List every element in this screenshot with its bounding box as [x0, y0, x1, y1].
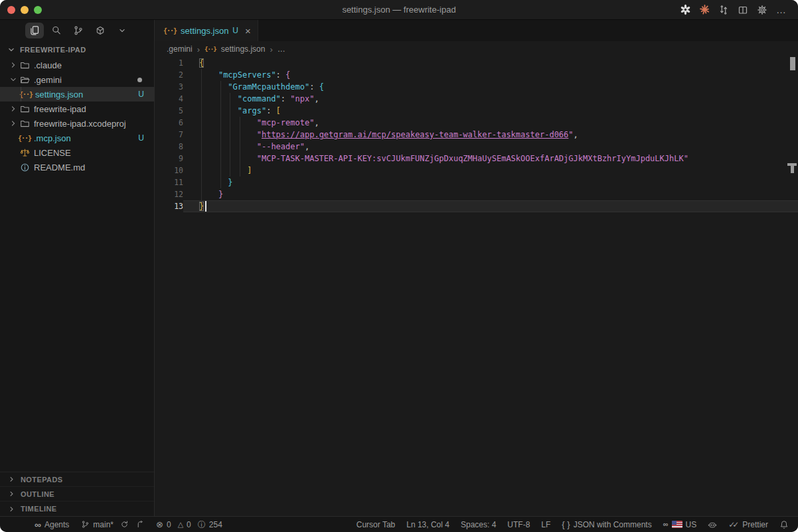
editor-overlay-mark — [787, 163, 797, 173]
line-number[interactable]: 11 — [155, 176, 183, 188]
section-notepads[interactable]: NOTEPADS — [0, 472, 154, 487]
line-number[interactable]: 9 — [155, 153, 183, 165]
tree-item-mcp-json[interactable]: {··} .mcp.json U — [0, 131, 154, 145]
agents-button[interactable]: ∞ Agents — [35, 520, 69, 529]
caret-position-button[interactable]: Ln 13, Col 4 — [406, 520, 449, 529]
tree-item-gemini[interactable]: .gemini — [0, 72, 154, 87]
line-number[interactable]: 12 — [155, 188, 183, 200]
breadcrumb-file[interactable]: settings.json — [221, 44, 266, 54]
line-number[interactable]: 2 — [155, 69, 183, 81]
section-timeline[interactable]: TIMELINE — [0, 501, 154, 516]
explorer-files-icon[interactable] — [25, 23, 44, 38]
folder-icon — [19, 104, 31, 114]
eol-button[interactable]: LF — [541, 520, 550, 529]
indent-guide — [220, 105, 221, 117]
code-line[interactable]: 12 } — [155, 188, 798, 200]
indent-guide — [201, 141, 202, 153]
close-window-button[interactable] — [7, 6, 15, 14]
breadcrumb-folder[interactable]: .gemini — [167, 44, 193, 54]
line-number[interactable]: 13 — [155, 200, 183, 212]
encoding-button[interactable]: UTF-8 — [507, 520, 530, 529]
file-explorer: FREEWRITE-IPAD .claude — [0, 41, 154, 472]
claude-icon[interactable] — [698, 4, 710, 16]
editor-area: {··} settings.json U × .gemini › {··} se… — [155, 20, 798, 516]
code-line[interactable]: 10 ] — [155, 165, 798, 176]
zoom-window-button[interactable] — [34, 6, 42, 14]
code-line[interactable]: 4 "command": "npx", — [155, 93, 798, 105]
source-control-icon[interactable] — [69, 23, 88, 38]
openai-icon[interactable] — [679, 4, 691, 16]
minimize-window-button[interactable] — [21, 6, 29, 14]
line-number[interactable]: 5 — [155, 105, 183, 117]
info-icon: ⓘ — [198, 521, 206, 529]
git-untracked-badge: U — [232, 26, 238, 35]
indentation-button[interactable]: Spaces: 4 — [461, 520, 496, 529]
code-line[interactable]: 9 "MCP-TASK-MASTER-API-KEY:svCJUkmFUNZjG… — [155, 153, 798, 165]
more-actions-icon[interactable]: … — [775, 4, 787, 16]
problems-button[interactable]: ⊗ 0 △ 0 ⓘ 254 — [156, 520, 222, 529]
cursor-tab-button[interactable]: Cursor Tab — [357, 520, 395, 529]
code-line[interactable]: 3 "GramMcpauthdemo": { — [155, 81, 798, 93]
line-number[interactable]: 10 — [155, 165, 183, 176]
git-untracked-badge: U — [138, 90, 144, 99]
section-label: OUTLINE — [21, 490, 54, 498]
tree-item-freewrite-ipad[interactable]: freewrite-ipad — [0, 101, 154, 116]
scrollbar-thumb[interactable] — [790, 57, 795, 70]
settings-gear-icon[interactable] — [756, 4, 768, 16]
code-line[interactable]: 11 } — [155, 176, 798, 188]
git-untracked-badge: U — [138, 133, 144, 143]
line-number[interactable]: 8 — [155, 141, 183, 153]
tab-settings-json[interactable]: {··} settings.json U × — [155, 20, 258, 41]
git-branch-button[interactable]: main* — [81, 520, 114, 529]
infinity-icon: ∞ — [35, 520, 41, 529]
close-tab-icon[interactable]: × — [245, 26, 251, 36]
code-line[interactable]: 7 "https://app.getgram.ai/mcp/speakeasy-… — [155, 129, 798, 141]
indent-guide — [201, 129, 202, 141]
code-line[interactable]: 2 "mcpServers": { — [155, 69, 798, 81]
tree-item-claude[interactable]: .claude — [0, 58, 154, 72]
search-icon[interactable] — [47, 23, 66, 38]
line-number[interactable]: 7 — [155, 129, 183, 141]
code-line[interactable]: 5 "args": [ — [155, 105, 798, 117]
keyboard-layout-button[interactable]: ∞ US — [663, 520, 697, 529]
notifications-button[interactable] — [779, 520, 789, 529]
folder-open-icon — [19, 75, 31, 85]
line-number[interactable]: 3 — [155, 81, 183, 93]
code-line[interactable]: 8 "--header", — [155, 141, 798, 153]
indent-guide — [201, 176, 202, 188]
section-label: NOTEPADS — [21, 476, 63, 484]
more-views-chevron-icon[interactable] — [113, 23, 131, 38]
errors-icon: ⊗ — [156, 520, 163, 529]
split-editor-icon[interactable] — [737, 4, 749, 16]
code-lines: 1{2 "mcpServers": {3 "GramMcpauthdemo": … — [155, 57, 798, 212]
extensions-cube-icon[interactable] — [91, 23, 110, 38]
sync-button[interactable] — [120, 520, 129, 529]
explorer-root-header[interactable]: FREEWRITE-IPAD — [0, 42, 154, 58]
indent-guide — [201, 117, 202, 129]
formatter-button[interactable]: ✓✓ Prettier — [728, 520, 768, 529]
code-editor[interactable]: 1{2 "mcpServers": {3 "GramMcpauthdemo": … — [155, 57, 798, 516]
json-file-icon: {··} — [204, 46, 216, 52]
sync-changes-icon[interactable] — [718, 4, 730, 16]
indent-guide — [220, 165, 221, 176]
breadcrumb: .gemini › {··} settings.json › … — [155, 41, 798, 57]
breadcrumb-symbol[interactable]: … — [278, 44, 285, 54]
tree-item-license[interactable]: LICENSE — [0, 145, 154, 160]
tree-item-xcodeproj[interactable]: freewrite-ipad.xcodeproj — [0, 116, 154, 131]
line-number[interactable]: 6 — [155, 117, 183, 129]
language-mode-button[interactable]: { } JSON with Comments — [562, 520, 651, 529]
tree-item-settings-json[interactable]: {··} settings.json U — [0, 87, 154, 101]
json-file-icon: {··} — [18, 135, 31, 142]
chevron-right-icon — [8, 105, 19, 112]
code-line[interactable]: 1{ — [155, 57, 798, 69]
section-outline[interactable]: OUTLINE — [0, 487, 154, 501]
line-number[interactable]: 1 — [155, 57, 183, 69]
feedback-button[interactable] — [708, 520, 717, 529]
tree-item-readme[interactable]: README.md — [0, 160, 154, 174]
us-flag-icon — [672, 521, 682, 528]
tab-label: settings.json — [181, 26, 228, 36]
code-line[interactable]: 13} — [155, 200, 798, 212]
line-number[interactable]: 4 — [155, 93, 183, 105]
tune-button[interactable] — [135, 520, 144, 529]
code-line[interactable]: 6 "mcp-remote", — [155, 117, 798, 129]
